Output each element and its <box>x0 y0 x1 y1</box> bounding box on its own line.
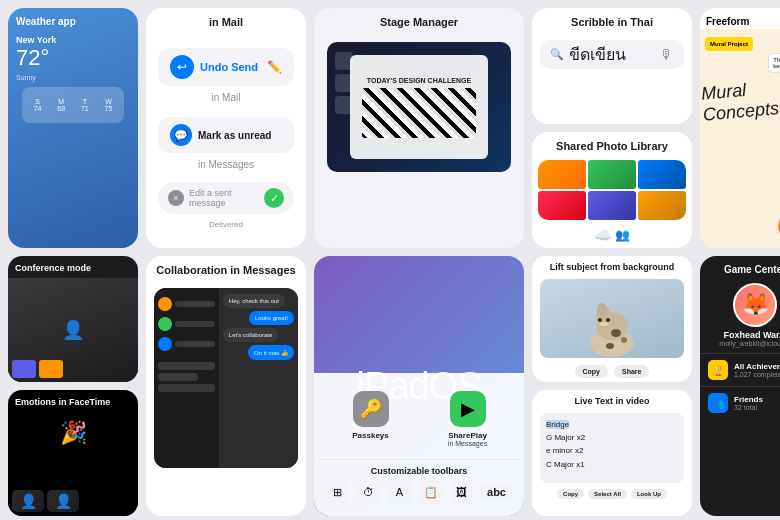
edit-confirm-icon[interactable]: ✓ <box>264 188 284 208</box>
live-line-2: G Major x2 <box>546 432 678 443</box>
stage-stripes <box>362 88 476 138</box>
live-lookup-button[interactable]: Look Up <box>631 489 667 499</box>
collab-right-panel: Hey, check this out Looks great! Let's c… <box>219 288 298 468</box>
shareplay-item: ▶ SharePlay in Messages <box>419 383 516 455</box>
live-select-all-button[interactable]: Select All <box>588 489 627 499</box>
person-icon: 👤 <box>20 493 37 509</box>
photos-grid <box>538 160 685 220</box>
collab-screen: Hey, check this out Looks great! Let's c… <box>154 288 298 468</box>
lift-subject-title: Lift subject from background <box>532 256 692 275</box>
svg-point-9 <box>621 337 627 343</box>
shared-photo-card: Shared Photo Library ☁️ 👥 <box>532 132 692 248</box>
edit-close-icon[interactable]: × <box>168 190 184 206</box>
scribble-search-bar[interactable]: 🔍 ขีดเขียน 🎙 <box>540 40 684 69</box>
shareplay-label: SharePlay <box>448 431 487 440</box>
stage-manager-card: Stage Manager TODAY'S DESIGN CHALLENGE <box>314 8 524 248</box>
stage-manager-title: Stage Manager <box>372 8 466 32</box>
passkeys-grid: 🔑 Passkeys ▶ SharePlay in Messages <box>318 379 520 459</box>
collab-msg-2: Looks great! <box>249 311 294 325</box>
weather-title: Weather app <box>8 8 84 31</box>
freeform-title: Freeform <box>700 8 755 29</box>
conference-card: Conference mode 👤 <box>8 256 138 382</box>
stage-main-window: TODAY'S DESIGN CHALLENGE <box>350 55 489 159</box>
stage-app-title: TODAY'S DESIGN CHALLENGE <box>367 77 471 84</box>
live-text-title: Live Text in video <box>532 390 692 409</box>
toolbar-label: Customizable toolbars <box>326 466 512 476</box>
doc-line-2 <box>158 373 198 381</box>
achievements-icon: 🏆 <box>708 360 728 380</box>
collab-msg-4: On it now 👍 <box>248 345 294 360</box>
live-text-card: Live Text in video Bridge G Major x2 e m… <box>532 390 692 516</box>
lift-subject-card: Lift subject from background <box>532 256 692 382</box>
toolbar-icon-4: 📋 <box>419 480 442 504</box>
photo-cell-3 <box>638 160 686 189</box>
collab-msg-1: Hey, check this out <box>223 294 285 308</box>
copy-share-row: Copy Share <box>575 362 650 382</box>
gamecenter-friends-row[interactable]: 👥 Friends 32 total <box>700 386 780 419</box>
photo-cell-6 <box>638 191 686 220</box>
toolbar-icon-1: ⊞ <box>326 480 349 504</box>
gamecenter-handle: molly_webkit@icloud... <box>719 340 780 347</box>
svg-point-8 <box>606 343 614 349</box>
passkey-label: Passkeys <box>352 431 388 440</box>
weather-city: New York <box>16 35 130 45</box>
mark-unread-row[interactable]: 💬 Mark as unread <box>158 117 294 153</box>
features-bottom: 🔑 Passkeys ▶ SharePlay in Messages Custo… <box>314 373 524 516</box>
facetime-thumb-1: 👤 <box>12 490 44 512</box>
in-messages-label: in Messages <box>198 159 254 170</box>
conference-screen: 👤 <box>8 278 138 382</box>
live-line-3: e minor x2 <box>546 445 678 456</box>
collab-line-1 <box>175 301 215 307</box>
live-copy-button[interactable]: Copy <box>557 489 584 499</box>
stage-sidebar-item <box>335 74 353 92</box>
passkeys-item: 🔑 Passkeys <box>322 383 419 455</box>
mail-card: in Mail ↩ Undo Send ✏️ in Mail 💬 Mark as… <box>146 8 306 248</box>
live-highlight-1: Bridge <box>546 420 569 429</box>
thumb-1 <box>12 360 36 378</box>
undo-send-label: Undo Send <box>200 61 258 73</box>
undo-edit-icon: ✏️ <box>267 60 282 74</box>
freeform-handwriting: Mural Concepts <box>700 74 780 125</box>
achievements-count: 1,027 completed <box>734 371 780 378</box>
col4-row2-stack: Lift subject from background <box>532 256 692 516</box>
facetime-card: Emotions in FaceTime 🎉 👤 👤 <box>8 390 138 516</box>
shared-photo-title: Shared Photo Library <box>548 132 676 156</box>
search-icon: 🔍 <box>550 48 564 61</box>
gamecenter-achievements-row[interactable]: 🏆 All Achievements 1,027 completed <box>700 353 780 386</box>
svg-point-5 <box>598 318 602 322</box>
freeform-sticky: Mural Project <box>705 37 753 51</box>
live-line-4: C Major x1 <box>546 459 678 470</box>
stage-sidebar-item <box>335 96 353 114</box>
mail-section-title: in Mail <box>201 8 251 32</box>
mark-unread-icon: 💬 <box>170 124 192 146</box>
collab-left-panel <box>154 288 219 468</box>
col1-row2-stack: Conference mode 👤 Emotions in FaceTime 🎉… <box>8 256 138 516</box>
undo-send-icon: ↩ <box>170 55 194 79</box>
collab-avatar-1 <box>158 297 172 311</box>
collab-msg-3: Let's collaborate <box>223 328 279 342</box>
conference-person-icon: 👤 <box>62 319 84 341</box>
dog-photo <box>540 279 684 358</box>
microphone-icon: 🎙 <box>660 47 674 63</box>
conference-thumbnails <box>12 360 134 378</box>
svg-point-7 <box>611 329 621 337</box>
ipados-card: iPadOS 🔑 Passkeys ▶ SharePlay in Message… <box>314 256 524 516</box>
conference-title: Conference mode <box>8 256 138 278</box>
persons-icon: 👥 <box>615 228 630 242</box>
photos-icon-row: ☁️ 👥 <box>594 224 630 246</box>
photo-cell-4 <box>538 191 586 220</box>
gamecenter-avatar-area: 🦊 Foxhead War... molly_webkit@icloud... <box>700 279 780 353</box>
edit-sent-row[interactable]: × Edit a sent message ✓ <box>158 182 294 214</box>
toolbar-abc: abc <box>481 483 512 501</box>
toolbar-icon-3: A <box>388 480 411 504</box>
undo-send-row[interactable]: ↩ Undo Send ✏️ <box>158 48 294 86</box>
share-button[interactable]: Share <box>614 365 649 378</box>
photo-cell-2 <box>588 160 636 189</box>
collab-avatar-3 <box>158 337 172 351</box>
gamecenter-card: Game Center 🦊 Foxhead War... molly_webki… <box>700 256 780 516</box>
photo-cell-5 <box>588 191 636 220</box>
copy-button[interactable]: Copy <box>575 365 609 378</box>
achievements-info: All Achievements 1,027 completed <box>734 362 780 378</box>
collab-title: Collaboration in Messages <box>148 256 303 280</box>
friends-count: 32 total <box>734 404 763 411</box>
